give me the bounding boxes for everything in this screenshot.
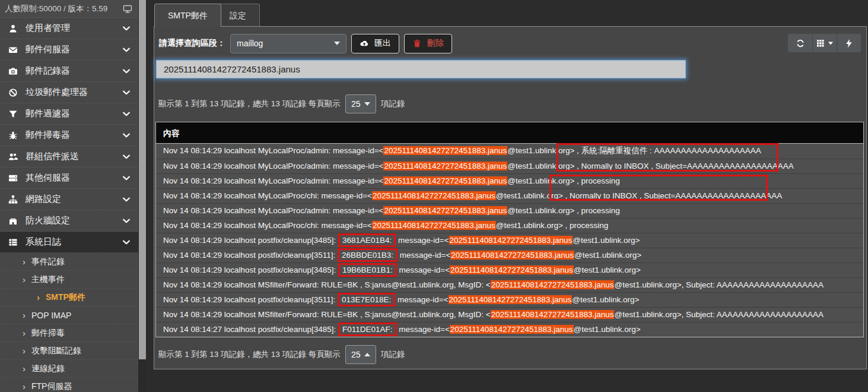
log-text: Nov 14 08:14:29 localhost postfix/cleanu… — [163, 251, 338, 260]
log-row[interactable]: Nov 14 08:14:29 localhost MSfilter/Forwa… — [156, 307, 863, 322]
log-text: @test1.ublink.org>, Subject: AAAAAAAAAAA… — [614, 280, 824, 289]
chevron-right-icon: › — [23, 346, 26, 356]
columns-button[interactable] — [812, 34, 837, 52]
chevron-down-icon — [122, 109, 131, 119]
search-highlight: 20251114081427272451883.janus — [372, 221, 496, 230]
sidebar-subitem[interactable]: ›SMTP郵件 — [0, 289, 138, 306]
chevron-right-icon: › — [23, 363, 26, 374]
sidebar-subitem-label: 攻擊阻斷記錄 — [31, 346, 81, 356]
log-row[interactable]: Nov 14 08:14:29 localhost MyLocalProc/ad… — [156, 173, 863, 188]
log-section-selected-value: maillog — [237, 39, 334, 48]
sidebar-item-label: 使用者管理 — [26, 23, 122, 34]
log-row[interactable]: Nov 14 08:14:29 localhost MyLocalProc/ad… — [156, 159, 863, 173]
sidebar-subitem-label: POP IMAP — [31, 311, 71, 320]
sidebar-item[interactable]: 系統日誌 — [0, 232, 138, 253]
refresh-button[interactable] — [788, 34, 812, 52]
log-row[interactable]: Nov 14 08:14:29 localhost MyLocalProc/ad… — [156, 203, 863, 218]
log-text: @test1.ublink.org> , Normally to INBOX ,… — [507, 162, 794, 170]
log-row[interactable]: Nov 14 08:14:29 localhost MSfilter/Forwa… — [156, 277, 863, 292]
sidebar-header: 人數限制:50000 / 版本：5.59 — [0, 0, 138, 18]
log-row[interactable]: Nov 14 08:14:29 localhost postfix/cleanu… — [156, 263, 863, 277]
chevron-right-icon: › — [23, 257, 26, 267]
sidebar-item[interactable]: 垃圾郵件處理器 — [0, 82, 138, 103]
trash-icon — [412, 39, 423, 48]
fullscreen-toggle-button[interactable] — [837, 34, 861, 52]
log-row[interactable]: Nov 14 08:14:29 localhost postfix/cleanu… — [156, 233, 863, 248]
sidebar-subitem[interactable]: ›FTP伺服器 — [0, 378, 138, 392]
log-text: @test1.ublink.org> — [574, 265, 641, 274]
sidebar-item[interactable]: 郵件記錄器 — [0, 61, 138, 82]
sidebar-item[interactable]: 網路設定 — [0, 189, 138, 210]
chevron-right-icon: › — [23, 381, 26, 391]
search-input[interactable] — [156, 60, 686, 78]
ban-icon — [8, 88, 20, 97]
chevron-right-icon: › — [37, 292, 40, 302]
search-highlight: 20251114081427272451883.janus — [449, 236, 573, 245]
queue-id-annotation: 3681AE01B4: — [338, 233, 396, 247]
sidebar-item[interactable]: 其他伺服器 — [0, 167, 138, 189]
export-button[interactable]: 匯出 — [351, 34, 399, 53]
sidebar-subitem[interactable]: ›連線紀錄 — [0, 360, 138, 378]
log-table: 內容 Nov 14 08:14:29 localhost MyLocalProc… — [155, 122, 864, 337]
log-row[interactable]: Nov 14 08:14:27 localhost postfix/cleanu… — [156, 322, 863, 337]
sidebar-subitem-label: 郵件掃毒 — [31, 328, 65, 339]
sidebar-subitem[interactable]: ›POP IMAP — [0, 306, 138, 324]
search-highlight: 20251114081427272451883.janus — [372, 191, 496, 200]
search-highlight: 20251114081427272451883.janus — [450, 265, 574, 274]
sidebar-item-label: 系統日誌 — [26, 236, 122, 248]
sidebar-item[interactable]: 使用者管理 — [0, 18, 138, 39]
search-highlight: 20251114081427272451883.janus — [450, 251, 574, 260]
sidebar-subitem[interactable]: ›郵件掃毒 — [0, 324, 138, 342]
sidebar-item[interactable]: 郵件伺服器 — [0, 39, 138, 61]
log-text: Nov 14 08:14:29 localhost MyLocalProc/ch… — [163, 221, 372, 230]
sidebar-scrollbar-thumb[interactable] — [139, 0, 146, 359]
sidebar-item-label: 郵件掃毒器 — [26, 129, 122, 141]
search-highlight: 20251114081427272451883.janus — [383, 206, 507, 215]
sidebar-item-label: 郵件記錄器 — [26, 65, 122, 77]
sidebar-item-label: 防火牆設定 — [26, 215, 122, 226]
sidebar-item-label: 郵件過濾器 — [26, 108, 122, 119]
log-text: @test1.ublink.org> — [574, 325, 641, 334]
search-highlight: 20251114081427272451883.janus — [450, 325, 574, 334]
log-text: message-id=< — [397, 265, 450, 274]
log-row[interactable]: Nov 14 08:14:29 localhost MyLocalProc/ch… — [156, 218, 863, 233]
sidebar-item[interactable]: 群組信件派送 — [0, 146, 138, 167]
page: 人數限制:50000 / 版本：5.59 使用者管理郵件伺服器郵件記錄器垃圾郵件… — [0, 0, 868, 392]
tab-settings[interactable]: 設定 — [216, 4, 260, 27]
sidebar-subitem[interactable]: ›主機事件 — [0, 271, 138, 289]
sidebar-subitem[interactable]: ›事件記錄 — [0, 253, 138, 271]
chevron-down-icon — [122, 216, 131, 226]
sidebar-subitem[interactable]: ›攻擊阻斷記錄 — [0, 342, 138, 360]
chevron-down-icon — [122, 173, 131, 183]
delete-button[interactable]: 刪除 — [404, 34, 452, 53]
log-row[interactable]: Nov 14 08:14:29 localhost MyLocalProc/ad… — [156, 144, 863, 159]
sidebar-item[interactable]: 郵件過濾器 — [0, 103, 138, 125]
bug-icon — [8, 131, 20, 140]
sidebar-scrollbar-track[interactable] — [138, 0, 147, 392]
pagination-summary: 顯示第 1 到第 13 項記錄，總共 13 項記錄 每頁顯示 — [158, 99, 341, 109]
sidebar-item[interactable]: 郵件掃毒器 — [0, 125, 138, 146]
search-highlight: 20251114081427272451883.janus — [491, 280, 615, 289]
sidebar-submenu: ›事件記錄›主機事件›SMTP郵件›POP IMAP›郵件掃毒›攻擊阻斷記錄›連… — [0, 253, 138, 392]
search-highlight: 20251114081427272451883.janus — [383, 176, 507, 185]
log-row[interactable]: Nov 14 08:14:29 localhost postfix/cleanu… — [156, 248, 863, 263]
license-version-text: 人數限制:50000 / 版本：5.59 — [5, 4, 123, 14]
log-text: @test1.ublink.org> , processing — [507, 176, 620, 185]
queue-id-annotation: 013E7E018E: — [338, 293, 395, 306]
page-size-dropdown[interactable]: 25 — [345, 345, 376, 364]
log-text: Nov 14 08:14:29 localhost MyLocalProc/ad… — [163, 162, 383, 170]
chevron-down-icon — [122, 88, 131, 97]
log-row[interactable]: Nov 14 08:14:29 localhost postfix/cleanu… — [156, 292, 863, 307]
log-section-select[interactable]: maillog — [230, 34, 346, 53]
log-row[interactable]: Nov 14 08:14:29 localhost MyLocalProc/ch… — [156, 188, 863, 203]
log-text: Nov 14 08:14:29 localhost MyLocalProc/ch… — [163, 191, 372, 200]
queue-id-annotation: F011DE01AF: — [338, 323, 397, 336]
page-size-value: 25 — [351, 99, 361, 109]
sidebar-item-label: 垃圾郵件處理器 — [26, 87, 122, 98]
page-size-dropdown[interactable]: 25 — [345, 94, 376, 113]
log-text: Nov 14 08:14:29 localhost postfix/cleanu… — [163, 265, 338, 274]
log-text: Nov 14 08:14:29 localhost postfix/cleanu… — [163, 236, 338, 245]
sidebar-item[interactable]: 防火牆設定 — [0, 210, 138, 232]
tab-smtp-mail[interactable]: SMTP郵件 — [154, 4, 221, 27]
pagination-bottom: 顯示第 1 到第 13 項記錄，總共 13 項記錄 每頁顯示 25 項記錄 — [158, 345, 405, 364]
